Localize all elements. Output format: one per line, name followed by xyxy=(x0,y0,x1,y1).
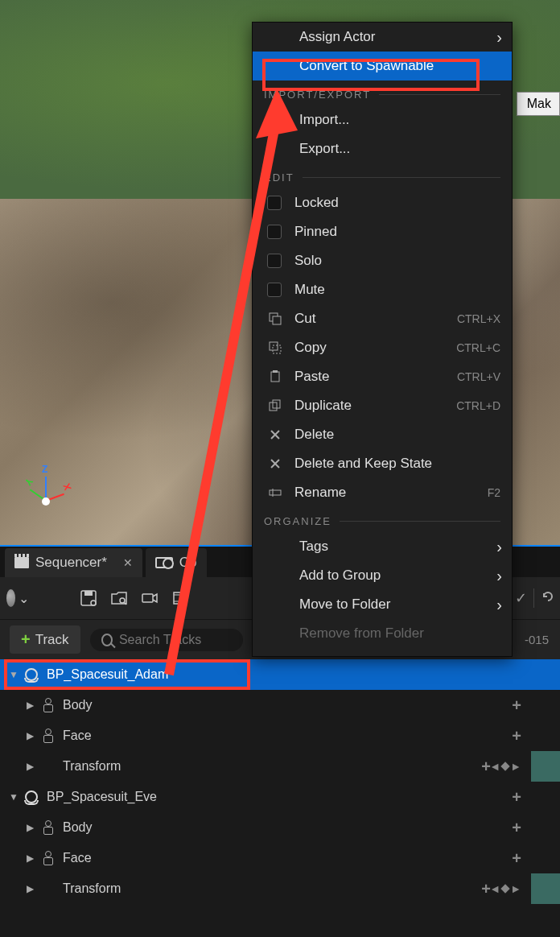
timeline-clip[interactable] xyxy=(531,873,560,904)
undo-icon[interactable] xyxy=(541,589,555,607)
menu-paste[interactable]: PasteCTRL+V xyxy=(253,362,512,391)
menu-label: Assign Actor xyxy=(299,29,376,45)
expand-icon[interactable]: ▼ xyxy=(8,791,19,803)
checkbox[interactable] xyxy=(267,254,282,268)
svg-rect-12 xyxy=(273,345,281,353)
search-tracks[interactable] xyxy=(90,629,243,651)
add-section-button[interactable]: + xyxy=(512,819,521,837)
add-section-button[interactable]: + xyxy=(512,696,521,715)
render-button[interactable] xyxy=(169,587,191,609)
tab-sequencer[interactable]: Sequencer* ✕ xyxy=(5,548,142,577)
menu-assign-actor[interactable]: Assign Actor xyxy=(253,23,512,52)
shortcut: F2 xyxy=(488,486,500,499)
menu-label: Paste xyxy=(294,369,329,385)
dup-icon xyxy=(266,399,285,412)
menu-tags[interactable]: Tags xyxy=(253,532,512,561)
close-icon[interactable]: ✕ xyxy=(123,556,133,569)
tab-content[interactable]: Co xyxy=(146,548,207,577)
add-track-button[interactable]: + Track xyxy=(10,625,80,654)
expand-icon[interactable]: ▶ xyxy=(24,761,35,772)
track-row-face[interactable]: ▶Face+ xyxy=(0,720,560,751)
track-row-transform[interactable]: ▶Transform+◄► xyxy=(0,751,560,782)
cut-icon xyxy=(266,312,285,325)
content-browser-icon xyxy=(155,557,173,568)
track-row-bp-spacesuit-eve[interactable]: ▼BP_Spacesuit_Eve+ xyxy=(0,782,560,812)
track-row-bp-spacesuit-adam[interactable]: ▼BP_Spacesuit_Adam+ xyxy=(0,659,560,690)
menu-section: EDIT xyxy=(253,163,512,188)
menu-export[interactable]: Export... xyxy=(253,134,512,163)
context-menu: Assign ActorConvert to SpawnableIMPORT/E… xyxy=(252,22,513,657)
key-nav[interactable]: ◄► xyxy=(489,760,521,773)
save-button[interactable] xyxy=(77,587,100,609)
add-section-button[interactable]: + xyxy=(512,849,521,868)
menu-cut[interactable]: CutCTRL+X xyxy=(253,304,512,333)
sequencer-icon xyxy=(14,557,29,568)
key-nav[interactable]: ◄► xyxy=(489,882,521,895)
menu-label: Cut xyxy=(294,311,315,327)
menu-section: IMPORT/EXPORT xyxy=(253,80,512,105)
search-input[interactable] xyxy=(119,633,232,647)
tab-label: Co xyxy=(179,555,197,571)
menu-label: Solo xyxy=(294,253,322,269)
expand-icon[interactable]: ▶ xyxy=(24,730,35,741)
menu-section: ORGANIZE xyxy=(253,507,512,532)
world-icon xyxy=(6,589,15,607)
copy-icon xyxy=(266,341,285,354)
menu-convert-to-spawnable[interactable]: Convert to Spawnable xyxy=(253,52,512,80)
tab-label: Sequencer* xyxy=(35,555,107,571)
add-section-button[interactable]: + xyxy=(512,788,521,807)
track-row-body[interactable]: ▶Body+ xyxy=(0,812,560,843)
track-label: Transform xyxy=(63,881,121,896)
svg-rect-6 xyxy=(174,592,187,604)
menu-delete[interactable]: Delete xyxy=(253,420,512,449)
transform-icon xyxy=(39,880,56,898)
expand-icon[interactable]: ▶ xyxy=(24,883,35,894)
timeline-lane-selected[interactable] xyxy=(504,659,560,690)
svg-point-2 xyxy=(91,601,96,605)
menu-delete-and-keep-state[interactable]: Delete and Keep State xyxy=(253,449,512,478)
checkbox[interactable] xyxy=(267,283,282,297)
menu-label: Pinned xyxy=(294,224,337,240)
add-section-button[interactable]: + xyxy=(512,727,521,745)
menu-mute[interactable]: Mute xyxy=(253,275,512,304)
axis-gizmo[interactable] xyxy=(23,477,71,525)
track-row-body[interactable]: ▶Body+ xyxy=(0,690,560,720)
world-dropdown[interactable]: ⌄ xyxy=(6,587,29,609)
svg-rect-5 xyxy=(142,594,153,602)
menu-locked[interactable]: Locked xyxy=(253,188,512,217)
expand-icon[interactable]: ▼ xyxy=(8,669,19,680)
browse-button[interactable] xyxy=(108,587,130,609)
expand-icon[interactable]: ▶ xyxy=(24,700,35,711)
menu-move-to-folder[interactable]: Move to Folder xyxy=(253,590,512,619)
menu-label: Add to Group xyxy=(299,568,381,584)
expand-icon[interactable]: ▶ xyxy=(24,852,35,864)
menu-rename[interactable]: RenameF2 xyxy=(253,478,512,507)
actor-icon xyxy=(23,666,40,683)
menu-duplicate[interactable]: DuplicateCTRL+D xyxy=(253,391,512,420)
track-label: Face xyxy=(63,851,92,865)
search-icon xyxy=(101,634,113,646)
menu-pinned[interactable]: Pinned xyxy=(253,217,512,246)
make-button[interactable]: Mak xyxy=(517,92,560,116)
check-icon[interactable]: ✓ xyxy=(515,589,527,607)
x-icon xyxy=(266,458,285,469)
paste-icon xyxy=(266,370,285,383)
menu-label: Delete and Keep State xyxy=(294,456,432,472)
timeline-clip[interactable] xyxy=(531,751,560,782)
menu-import[interactable]: Import... xyxy=(253,105,512,134)
svg-rect-14 xyxy=(273,370,278,373)
menu-add-to-group[interactable]: Add to Group xyxy=(253,561,512,590)
menu-solo[interactable]: Solo xyxy=(253,246,512,275)
track-row-transform[interactable]: ▶Transform+◄► xyxy=(0,873,560,904)
menu-label: Duplicate xyxy=(294,398,352,414)
camera-button[interactable] xyxy=(138,587,161,609)
shortcut: CTRL+X xyxy=(457,312,500,325)
track-label: BP_Spacesuit_Adam xyxy=(47,667,168,682)
menu-remove-from-folder: Remove from Folder xyxy=(253,619,512,648)
expand-icon[interactable]: ▶ xyxy=(24,822,35,833)
checkbox[interactable] xyxy=(267,196,282,210)
checkbox[interactable] xyxy=(267,225,282,239)
menu-copy[interactable]: CopyCTRL+C xyxy=(253,333,512,362)
shortcut: CTRL+C xyxy=(456,341,500,354)
track-row-face[interactable]: ▶Face+ xyxy=(0,843,560,873)
